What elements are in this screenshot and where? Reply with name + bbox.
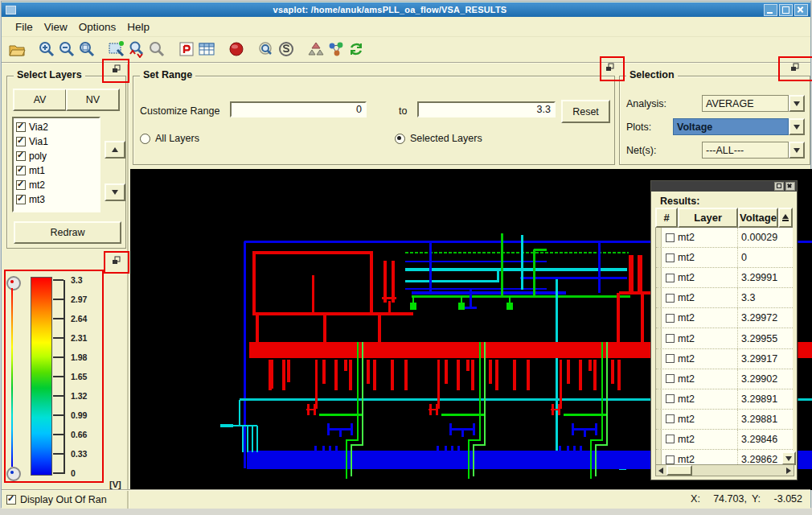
scroll-up-button[interactable] <box>105 141 125 159</box>
scroll-down-icon[interactable] <box>781 451 796 465</box>
layer-item[interactable]: Via2 <box>16 120 99 134</box>
layer-checkbox[interactable] <box>16 195 26 204</box>
colorbar-min-handle[interactable] <box>6 467 21 481</box>
redraw-button[interactable]: Redraw <box>14 221 121 244</box>
zoom-to-point-icon[interactable] <box>256 39 276 60</box>
selection-panel: Selection Analysis: AVERAGE Plots: Volta… <box>619 76 810 165</box>
results-title-bar[interactable] <box>651 181 797 192</box>
analysis-label: Analysis: <box>626 98 666 109</box>
refresh-icon[interactable] <box>346 39 366 60</box>
row-checkbox[interactable] <box>666 455 675 464</box>
detach-pin-icon[interactable] <box>605 63 614 72</box>
row-checkbox[interactable] <box>666 233 675 242</box>
table-row[interactable]: mt23.29881 <box>656 410 793 430</box>
data-table-icon[interactable] <box>196 39 216 60</box>
av-button[interactable]: AV <box>13 89 67 111</box>
column-header-layer[interactable]: Layer <box>678 208 738 228</box>
scroll-down-button[interactable] <box>105 183 125 201</box>
nets-dropdown[interactable]: ---ALL--- <box>702 142 805 159</box>
hierarchy-icon[interactable] <box>306 39 326 60</box>
plot-report-icon[interactable] <box>176 39 196 60</box>
row-checkbox[interactable] <box>666 414 675 423</box>
main-window: vsaplot: /home/anuk/amsPLL_oa_flow/VSA_R… <box>1 1 811 508</box>
row-checkbox[interactable] <box>666 253 675 262</box>
find-min-max-icon[interactable] <box>126 39 146 60</box>
probe-nets-icon[interactable] <box>326 39 346 60</box>
zoom-out-icon[interactable] <box>56 39 76 60</box>
layer-item[interactable]: Via1 <box>16 134 99 149</box>
table-row[interactable]: mt23.29902 <box>656 369 793 389</box>
layer-checkbox[interactable] <box>16 122 26 132</box>
layer-checkbox[interactable] <box>16 166 26 175</box>
row-checkbox[interactable] <box>666 334 675 343</box>
sort-ascending-icon[interactable] <box>778 208 793 228</box>
row-checkbox[interactable] <box>666 394 675 403</box>
column-header-voltage[interactable]: Voltage <box>738 208 778 228</box>
select-zoom-region-icon[interactable] <box>106 39 126 60</box>
selected-layers-radio[interactable]: Selected Layers <box>395 133 482 144</box>
detach-icon[interactable] <box>774 182 784 191</box>
colorbar-axis <box>64 280 65 474</box>
table-row[interactable]: mt20 <box>656 248 793 268</box>
zoom-fit-icon[interactable] <box>76 39 96 60</box>
layer-item[interactable]: mt1 <box>16 163 99 178</box>
colorbar-max-handle[interactable] <box>6 276 21 290</box>
horizontal-scrollbar[interactable] <box>655 464 794 476</box>
all-layers-radio[interactable]: All Layers <box>140 133 199 144</box>
inspect-icon[interactable] <box>146 39 166 60</box>
row-checkbox[interactable] <box>666 274 675 282</box>
title-bar[interactable]: vsaplot: /home/anuk/amsPLL_oa_flow/VSA_R… <box>2 2 810 17</box>
range-to-input[interactable] <box>417 101 556 117</box>
row-checkbox[interactable] <box>666 435 675 443</box>
table-row[interactable]: mt23.29891 <box>656 389 793 410</box>
toolbar <box>2 36 810 64</box>
detach-pin-icon[interactable] <box>112 256 121 265</box>
minimize-button[interactable] <box>764 4 777 16</box>
table-row[interactable]: mt20.00029 <box>656 228 793 248</box>
table-row[interactable]: mt23.3 <box>656 288 793 308</box>
chevron-down-icon[interactable] <box>789 95 805 112</box>
reset-button[interactable]: Reset <box>561 100 610 123</box>
nets-value: ---ALL--- <box>702 142 789 159</box>
close-button[interactable] <box>794 4 808 16</box>
record-icon[interactable] <box>226 39 246 60</box>
menu-help[interactable]: Help <box>121 19 155 35</box>
s-parameter-icon[interactable] <box>276 39 296 60</box>
analysis-dropdown[interactable]: AVERAGE <box>702 95 805 112</box>
row-checkbox[interactable] <box>666 314 675 323</box>
layer-item[interactable]: poly <box>16 149 99 163</box>
table-row[interactable]: mt23.29846 <box>656 430 793 450</box>
layer-item[interactable]: mt3 <box>16 192 99 207</box>
chevron-down-icon[interactable] <box>789 142 805 159</box>
table-row[interactable]: mt23.29991 <box>656 268 793 288</box>
close-icon[interactable] <box>785 182 795 191</box>
open-file-icon[interactable] <box>6 39 27 60</box>
scroll-right-icon[interactable] <box>784 466 794 475</box>
menu-options[interactable]: Options <box>73 19 122 35</box>
maximize-button[interactable] <box>779 4 793 16</box>
row-checkbox[interactable] <box>666 354 675 363</box>
column-header-num[interactable]: # <box>655 208 678 228</box>
range-from-input[interactable] <box>230 101 367 117</box>
colorbar-slider-track[interactable] <box>11 288 13 467</box>
table-row[interactable]: mt23.29917 <box>656 349 793 369</box>
zoom-in-icon[interactable] <box>36 39 56 60</box>
scrollbar-thumb[interactable] <box>666 465 692 476</box>
table-row[interactable]: mt23.29955 <box>656 328 793 348</box>
layer-checkbox[interactable] <box>16 151 26 161</box>
menu-view[interactable]: View <box>39 19 73 35</box>
chevron-down-icon[interactable] <box>789 118 805 135</box>
table-row[interactable]: mt23.29972 <box>656 308 793 328</box>
row-checkbox[interactable] <box>666 294 675 303</box>
nv-button[interactable]: NV <box>66 89 120 111</box>
detach-pin-icon[interactable] <box>112 64 121 73</box>
layer-checkbox[interactable] <box>16 180 26 190</box>
display-out-of-range-checkbox[interactable]: Display Out Of Ran <box>6 494 107 505</box>
layer-checkbox[interactable] <box>16 137 26 146</box>
menu-file[interactable]: File <box>10 19 39 35</box>
plots-dropdown[interactable]: Voltage <box>673 118 805 135</box>
scroll-left-icon[interactable] <box>656 466 666 475</box>
detach-pin-icon[interactable] <box>790 63 799 72</box>
row-checkbox[interactable] <box>666 374 675 383</box>
layer-item[interactable]: mt2 <box>16 178 99 192</box>
